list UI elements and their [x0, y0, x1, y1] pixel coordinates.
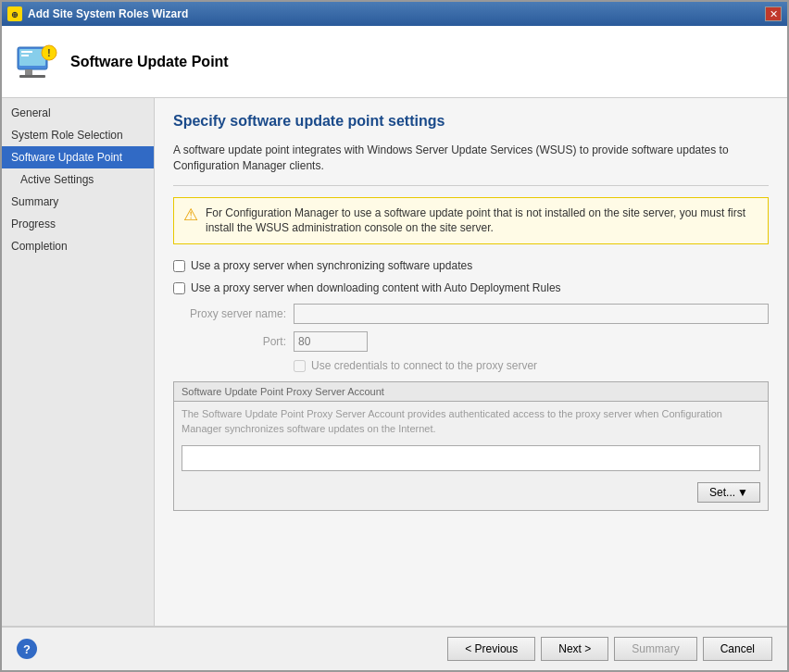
- footer: ? < Previous Next > Summary Cancel: [2, 626, 787, 670]
- sidebar-item-progress[interactable]: Progress: [2, 213, 154, 235]
- proxy-account-buttons: Set... ▼: [174, 479, 768, 510]
- summary-button[interactable]: Summary: [614, 637, 696, 661]
- warning-box: ⚠ For Configuration Manager to use a sof…: [173, 197, 769, 245]
- proxy-account-title: Software Update Point Proxy Server Accou…: [174, 382, 768, 402]
- proxy-sync-label: Use a proxy server when synchronizing so…: [191, 259, 472, 272]
- header-panel: ! Software Update Point: [2, 26, 787, 98]
- footer-left: ?: [17, 639, 37, 659]
- svg-text:!: !: [47, 48, 50, 58]
- window-title: Add Site System Roles Wizard: [28, 7, 188, 20]
- title-bar-icon: ⊕: [7, 6, 22, 21]
- port-label: Port:: [173, 335, 294, 348]
- port-input[interactable]: [294, 331, 368, 352]
- proxy-server-name-label: Proxy server name:: [173, 307, 294, 320]
- checkbox-row-2: Use a proxy server when downloading cont…: [173, 281, 769, 294]
- close-button[interactable]: ✕: [765, 6, 782, 21]
- sidebar-item-general[interactable]: General: [2, 102, 154, 124]
- proxy-download-checkbox[interactable]: [173, 282, 185, 294]
- sidebar: General System Role Selection Software U…: [2, 98, 155, 626]
- svg-rect-9: [19, 75, 45, 78]
- proxy-sync-checkbox[interactable]: [173, 260, 185, 272]
- title-bar-left: ⊕ Add Site System Roles Wizard: [7, 6, 188, 21]
- credentials-row: Use credentials to connect to the proxy …: [294, 359, 769, 372]
- sidebar-item-active-settings[interactable]: Active Settings: [2, 168, 154, 191]
- svg-text:⊕: ⊕: [11, 10, 19, 19]
- proxy-account-input: [182, 445, 760, 471]
- info-text: A software update point integrates with …: [173, 143, 769, 174]
- header-icon: !: [13, 39, 59, 85]
- next-button[interactable]: Next >: [541, 637, 608, 661]
- port-row: Port:: [173, 331, 769, 352]
- wizard-window: ⊕ Add Site System Roles Wizard ✕ ! Softw…: [0, 0, 789, 672]
- content-area: General System Role Selection Software U…: [2, 98, 787, 626]
- set-button[interactable]: Set... ▼: [697, 482, 760, 503]
- main-content: Specify software update point settings A…: [155, 98, 787, 626]
- previous-button[interactable]: < Previous: [447, 637, 535, 661]
- sidebar-item-software-update-point[interactable]: Software Update Point: [2, 146, 154, 168]
- cancel-button[interactable]: Cancel: [703, 637, 772, 661]
- divider: [173, 185, 769, 186]
- sidebar-item-summary[interactable]: Summary: [2, 191, 154, 213]
- help-button[interactable]: ?: [17, 639, 37, 659]
- header-title: Software Update Point: [70, 54, 229, 70]
- proxy-server-name-input[interactable]: [294, 304, 769, 324]
- svg-rect-8: [25, 69, 32, 75]
- svg-rect-4: [21, 51, 32, 53]
- sidebar-item-completion[interactable]: Completion: [2, 235, 154, 257]
- svg-rect-5: [21, 55, 29, 56]
- use-credentials-checkbox[interactable]: [294, 360, 306, 372]
- title-bar: ⊕ Add Site System Roles Wizard ✕: [2, 2, 787, 26]
- use-credentials-label: Use credentials to connect to the proxy …: [311, 359, 537, 372]
- proxy-account-box: Software Update Point Proxy Server Accou…: [173, 381, 769, 511]
- checkbox-row-1: Use a proxy server when synchronizing so…: [173, 259, 769, 272]
- warning-icon: ⚠: [183, 204, 198, 227]
- proxy-download-label: Use a proxy server when downloading cont…: [191, 281, 561, 294]
- sidebar-item-system-role-selection[interactable]: System Role Selection: [2, 124, 154, 146]
- proxy-server-name-row: Proxy server name:: [173, 304, 769, 324]
- proxy-account-desc: The Software Update Point Proxy Server A…: [174, 402, 768, 445]
- page-title: Specify software update point settings: [173, 113, 769, 130]
- warning-text: For Configuration Manager to use a softw…: [206, 205, 758, 237]
